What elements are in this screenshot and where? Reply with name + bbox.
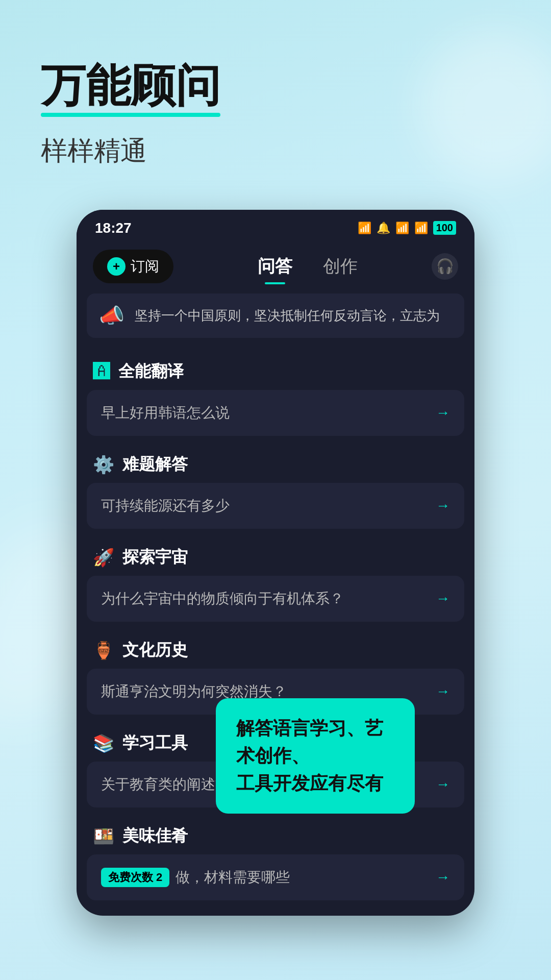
translate-item[interactable]: 早上好用韩语怎么说 → <box>87 390 464 436</box>
phone-mockup: 18:27 📶 🔔 📶 📶 100 + 订阅 问答 创作 🎧 📣 坚持一个中国原… <box>77 210 474 916</box>
culture-title: 文化历史 <box>122 639 188 662</box>
food-item-row: 免费次数 2 做，材料需要哪些 <box>101 868 290 887</box>
space-item[interactable]: 为什么宇宙中的物质倾向于有机体系？ → <box>87 576 464 622</box>
category-translate: 🅰 全能翻译 早上好用韩语怎么说 → <box>87 350 464 441</box>
bluetooth-icon: 📶 <box>358 222 371 235</box>
food-title: 美味佳肴 <box>122 825 188 847</box>
category-space-header: 🚀 探索宇宙 <box>87 536 464 576</box>
tab-qa[interactable]: 问答 <box>258 251 292 282</box>
top-nav: + 订阅 问答 创作 🎧 <box>77 241 474 293</box>
problem-item-text: 可持续能源还有多少 <box>101 496 230 516</box>
food-arrow-icon: → <box>436 869 450 886</box>
notice-text: 坚持一个中国原则，坚决抵制任何反动言论，立志为 <box>135 307 440 325</box>
content-area: 🅰 全能翻译 早上好用韩语怎么说 → ⚙️ 难题解答 可持续能源还有多少 → 🚀 <box>77 342 474 916</box>
learning-arrow-icon: → <box>436 776 450 793</box>
translate-icon: 🅰 <box>93 361 110 381</box>
food-item-text: 做，材料需要哪些 <box>176 868 290 887</box>
subscribe-plus-icon: + <box>107 257 126 276</box>
alarm-icon: 🔔 <box>377 222 390 235</box>
nav-tabs: 问答 创作 <box>184 251 432 282</box>
food-item[interactable]: 免费次数 2 做，材料需要哪些 → <box>87 854 464 900</box>
status-bar: 18:27 📶 🔔 📶 📶 100 <box>77 210 474 241</box>
learning-icon: 📚 <box>93 733 114 753</box>
category-culture-header: 🏺 文化历史 <box>87 629 464 669</box>
status-time: 18:27 <box>95 220 132 236</box>
category-translate-header: 🅰 全能翻译 <box>87 350 464 390</box>
problem-item[interactable]: 可持续能源还有多少 → <box>87 483 464 529</box>
translate-title: 全能翻译 <box>118 360 184 383</box>
category-food-header: 🍱 美味佳肴 <box>87 815 464 854</box>
translate-arrow-icon: → <box>436 405 450 421</box>
category-food: 🍱 美味佳肴 免费次数 2 做，材料需要哪些 → <box>87 815 464 905</box>
food-icon: 🍱 <box>93 826 114 846</box>
notice-banner: 📣 坚持一个中国原则，坚决抵制任何反动言论，立志为 <box>87 293 464 338</box>
problem-icon: ⚙️ <box>93 454 114 475</box>
culture-arrow-icon: → <box>436 683 450 700</box>
headphone-button[interactable]: 🎧 <box>432 253 458 280</box>
category-problem: ⚙️ 难题解答 可持续能源还有多少 → <box>87 443 464 534</box>
free-badge: 免费次数 2 <box>101 868 169 887</box>
space-arrow-icon: → <box>436 591 450 607</box>
space-icon: 🚀 <box>93 547 114 568</box>
battery-icon: 100 <box>433 221 456 235</box>
tooltip-text: 解答语言学习、艺术创作、工具开发应有尽有 <box>236 715 394 797</box>
problem-title: 难题解答 <box>122 453 188 476</box>
subscribe-label: 订阅 <box>131 257 159 276</box>
translate-item-text: 早上好用韩语怎么说 <box>101 403 230 423</box>
problem-arrow-icon: → <box>436 498 450 514</box>
main-title: 万能顾问 <box>41 61 220 117</box>
subscribe-button[interactable]: + 订阅 <box>93 250 173 283</box>
culture-icon: 🏺 <box>93 640 114 660</box>
category-problem-header: ⚙️ 难题解答 <box>87 443 464 483</box>
space-title: 探索宇宙 <box>122 546 188 569</box>
space-item-text: 为什么宇宙中的物质倾向于有机体系？ <box>101 589 344 608</box>
category-space: 🚀 探索宇宙 为什么宇宙中的物质倾向于有机体系？ → <box>87 536 464 627</box>
tab-create[interactable]: 创作 <box>323 251 358 282</box>
status-icons: 📶 🔔 📶 📶 100 <box>358 221 456 235</box>
signal-icon: 📶 <box>395 222 409 235</box>
learning-title: 学习工具 <box>122 732 188 754</box>
wifi-icon: 📶 <box>414 222 428 235</box>
tooltip-popup: 解答语言学习、艺术创作、工具开发应有尽有 <box>216 698 415 814</box>
notice-icon: 📣 <box>99 304 124 328</box>
